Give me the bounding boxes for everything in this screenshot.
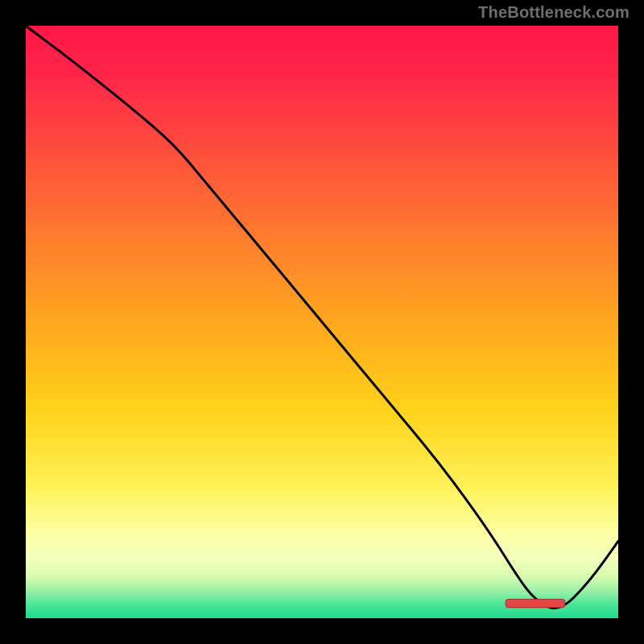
plot-area [26,26,618,618]
attribution-label: TheBottleneck.com [478,3,630,22]
plot-svg [26,26,618,618]
chart-frame: TheBottleneck.com [0,0,644,644]
optimal-range-marker [506,599,565,607]
